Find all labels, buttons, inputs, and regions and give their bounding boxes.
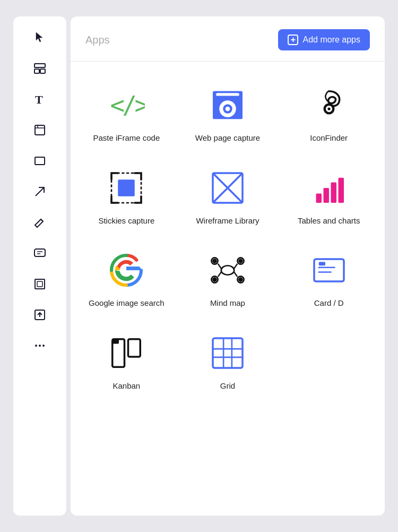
svg-line-46 [234,272,237,277]
kanban-icon [105,332,148,374]
iconfinder-label: IconFinder [310,133,348,143]
svg-rect-2 [40,69,45,73]
app-item-wireframe[interactable]: Wireframe Library [177,155,279,238]
card-label: Card / D [314,298,344,308]
svg-rect-57 [113,339,119,344]
sidebar-item-arrow[interactable] [29,181,50,202]
app-item-google[interactable]: Google image search [76,237,177,320]
grid-label: Grid [220,381,235,391]
app-item-webpage[interactable]: Web page capture [177,72,279,155]
app-item-kanban[interactable]: Kanban [76,320,177,403]
kanban-label: Kanban [113,381,140,391]
google-label: Google image search [89,298,165,308]
sidebar-item-text[interactable]: T [29,89,50,110]
iconfinder-icon [308,84,350,126]
svg-rect-0 [34,64,45,67]
webpage-label: Web page capture [195,133,260,143]
svg-line-7 [41,219,43,221]
wireframe-icon [206,167,249,209]
sidebar-item-comment[interactable] [29,243,50,264]
svg-rect-8 [34,249,45,256]
app-item-grid[interactable]: Grid [177,320,279,403]
stickies-icon [105,167,148,209]
svg-rect-1 [34,69,39,73]
iframe-label: Paste iFrame code [93,133,160,143]
svg-point-49 [212,277,217,282]
svg-rect-34 [323,188,329,203]
sidebar-item-rectangle[interactable] [29,150,50,171]
mindmap-icon [206,249,249,291]
svg-point-48 [238,259,243,263]
sidebar-item-frame[interactable] [29,273,50,295]
svg-rect-58 [213,338,243,368]
app-item-iconfinder[interactable]: IconFinder [278,72,379,155]
sidebar-item-cursor[interactable] [29,27,50,48]
svg-rect-35 [331,182,336,203]
svg-rect-51 [314,259,344,281]
panel-header: Apps + Add more apps [71,16,385,62]
plus-icon: + [288,35,298,45]
webpage-icon [206,84,249,126]
svg-rect-36 [338,177,344,202]
svg-text:T: T [35,93,43,106]
svg-rect-11 [35,279,45,289]
sidebar-item-more[interactable] [29,335,50,356]
apps-grid: </> Paste iFrame code We [71,62,385,413]
svg-rect-33 [316,193,322,203]
tables-icon [308,167,350,209]
app-item-stickies[interactable]: Stickies capture [76,155,177,238]
sidebar-item-upload[interactable] [29,304,50,325]
sidebar-item-layout[interactable] [29,58,50,79]
google-icon [105,249,148,291]
sidebar-item-sticky[interactable] [29,119,50,141]
svg-line-43 [218,264,221,269]
svg-point-27 [327,107,330,110]
svg-line-45 [218,272,221,277]
grid-icon [206,332,249,374]
stickies-label: Stickies capture [98,216,154,226]
svg-rect-21 [216,93,239,96]
wireframe-label: Wireframe Library [196,216,259,226]
svg-point-15 [35,345,37,347]
app-item-iframe[interactable]: </> Paste iFrame code [76,72,177,155]
svg-rect-56 [128,339,141,356]
main-panel: Apps + Add more apps </> Paste iFrame co… [71,16,385,516]
app-container: T [13,16,385,516]
app-item-mindmap[interactable]: Mind map [177,237,279,320]
svg-point-17 [42,345,45,347]
svg-text:</>: </> [110,91,145,119]
svg-rect-5 [35,157,45,165]
svg-line-6 [36,187,44,196]
app-item-card[interactable]: Card / D [278,237,379,320]
iframe-icon: </> [105,84,148,126]
add-more-apps-button[interactable]: + Add more apps [278,29,370,50]
svg-rect-4 [35,125,45,135]
svg-point-16 [39,345,41,347]
svg-point-38 [221,265,235,275]
sidebar: T [13,16,66,516]
app-item-tables[interactable]: Tables and charts [278,155,379,238]
svg-point-47 [212,259,217,263]
sidebar-item-pen[interactable] [29,212,50,233]
svg-rect-54 [318,262,325,265]
svg-point-24 [226,107,230,111]
panel-title: Apps [85,34,110,46]
svg-rect-12 [37,281,42,287]
svg-rect-29 [118,179,135,196]
mindmap-label: Mind map [210,298,245,308]
card-icon [308,249,350,291]
tables-label: Tables and charts [298,216,360,226]
svg-point-50 [238,277,243,282]
svg-line-44 [234,264,237,269]
